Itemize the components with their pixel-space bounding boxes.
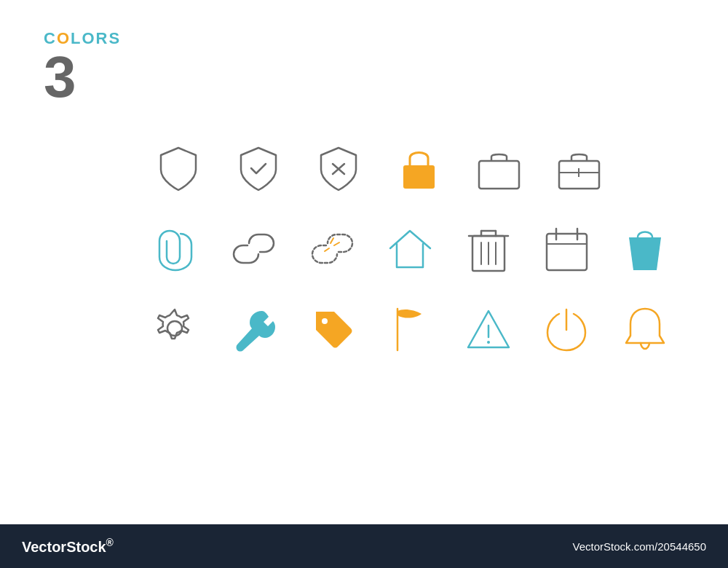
header: COLORS 3	[44, 29, 684, 106]
footer-url: VectorStock.com/20544650	[573, 540, 706, 553]
broken-chain-icon	[293, 216, 371, 281]
icons-row-2	[44, 216, 684, 281]
footer-brand: VectorStock®	[22, 537, 114, 556]
briefcase-outline-icon	[459, 135, 539, 201]
lock-filled-icon	[379, 135, 459, 201]
chain-link-icon	[215, 216, 293, 281]
svg-rect-18	[547, 234, 587, 270]
number-3: 3	[44, 48, 684, 106]
registered-symbol: ®	[106, 537, 114, 548]
warning-triangle-icon	[449, 296, 528, 361]
bell-icon	[606, 296, 684, 361]
shopping-bag-icon	[606, 216, 684, 281]
svg-rect-2	[403, 165, 435, 189]
footer: VectorStock® VectorStock.com/20544650	[0, 524, 728, 568]
calendar-icon	[528, 216, 606, 281]
tag-icon	[293, 296, 371, 361]
paperclip-icon	[136, 216, 215, 281]
power-icon	[528, 296, 606, 361]
svg-rect-3	[479, 161, 519, 189]
gear-icon	[136, 296, 215, 361]
briefcase-divider-icon	[539, 135, 619, 201]
svg-point-27	[487, 341, 490, 344]
icons-grid	[44, 135, 684, 361]
main-content: COLORS 3	[0, 0, 728, 524]
svg-line-9	[325, 248, 329, 251]
brand-name: VectorStock	[22, 539, 106, 555]
icons-row-3	[44, 296, 684, 361]
home-icon	[371, 216, 450, 281]
shield-check-icon	[218, 135, 298, 201]
svg-line-8	[334, 242, 339, 245]
colors-label: COLORS	[44, 29, 684, 48]
shield-plain-icon	[138, 135, 218, 201]
svg-line-7	[331, 238, 333, 243]
icons-row-1	[44, 135, 684, 201]
flag-icon	[371, 296, 450, 361]
svg-point-23	[322, 318, 328, 324]
trash-icon	[449, 216, 528, 281]
wrench-icon	[215, 296, 293, 361]
shield-x-icon	[298, 135, 379, 201]
